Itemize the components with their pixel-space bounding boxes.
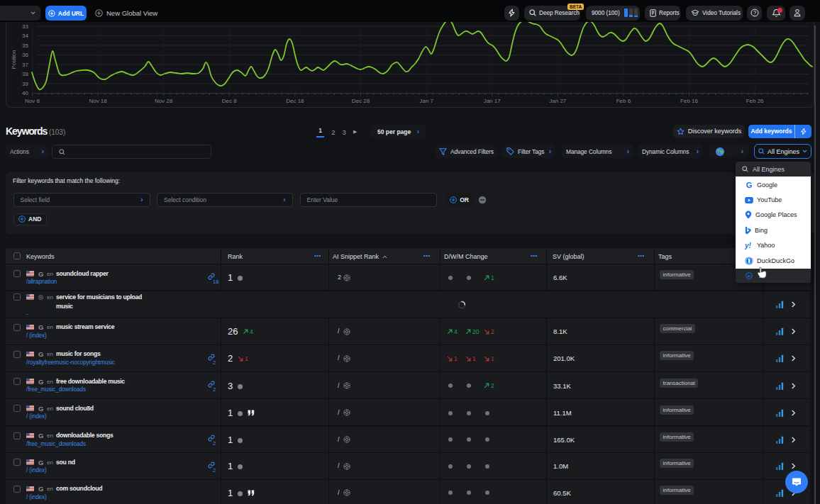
svg-text:Jan 7: Jan 7 — [419, 98, 433, 104]
svg-text:39: 39 — [22, 81, 28, 87]
svg-text:Dec 28: Dec 28 — [352, 98, 370, 104]
svg-text:Nov 18: Nov 18 — [89, 98, 107, 104]
svg-text:34: 34 — [22, 33, 28, 39]
svg-text:Dec 18: Dec 18 — [286, 98, 304, 104]
svg-text:36: 36 — [22, 52, 28, 58]
svg-text:Nov 8: Nov 8 — [25, 98, 40, 104]
svg-text:Dec 8: Dec 8 — [222, 98, 237, 104]
svg-text:Feb 6: Feb 6 — [616, 98, 631, 104]
svg-text:Feb 26: Feb 26 — [746, 98, 764, 104]
svg-text:Jan 27: Jan 27 — [549, 98, 567, 104]
svg-text:37: 37 — [22, 62, 28, 68]
svg-text:35: 35 — [22, 43, 28, 49]
svg-text:AI: AI — [748, 275, 750, 278]
svg-text:38: 38 — [22, 71, 28, 77]
svg-text:Jan 17: Jan 17 — [484, 98, 502, 104]
svg-text:40: 40 — [22, 90, 28, 96]
svg-text:Nov 28: Nov 28 — [155, 98, 173, 104]
svg-text:Position: Position — [11, 50, 17, 69]
svg-text:Feb 16: Feb 16 — [680, 98, 698, 104]
svg-text:33: 33 — [22, 23, 28, 30]
